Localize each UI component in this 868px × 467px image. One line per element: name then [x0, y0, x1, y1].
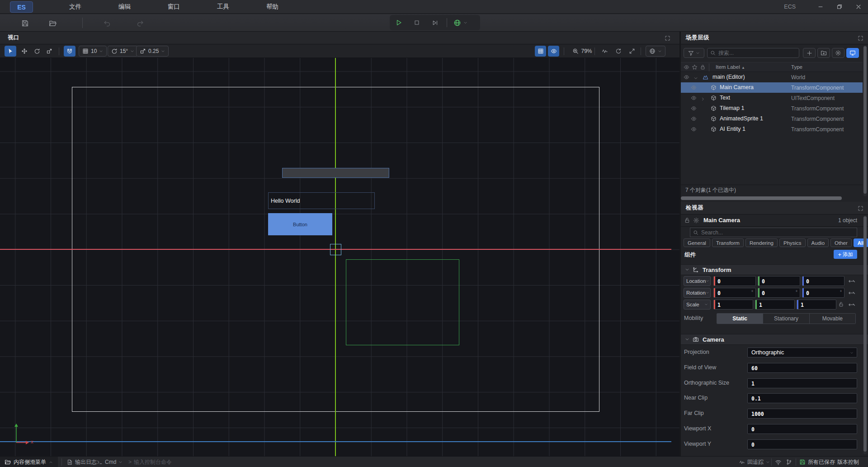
menu-item-3[interactable]: 工具	[198, 0, 248, 14]
cmd-dropdown[interactable]: Cmd	[97, 457, 123, 467]
maximize-button[interactable]	[830, 0, 849, 14]
visibility-eye-icon[interactable]	[691, 116, 697, 122]
run-target-dropdown[interactable]	[450, 19, 471, 27]
grid-visibility-button[interactable]	[535, 46, 546, 57]
location-y-input[interactable]: 0	[758, 276, 800, 286]
link-axes-icon[interactable]	[848, 290, 855, 296]
link-axes-icon[interactable]	[848, 301, 855, 308]
scale-dropdown[interactable]: Scale	[684, 300, 711, 310]
add-entity-button[interactable]	[803, 48, 816, 58]
viewport-y-input[interactable]: 0	[747, 439, 857, 449]
reset-view-button[interactable]	[613, 46, 624, 57]
console-command-input[interactable]: > 输入控制台命令	[128, 457, 172, 467]
output-log-button[interactable]: 输出日志	[67, 457, 97, 467]
scale-snap-dropdown[interactable]: 0.25	[136, 46, 169, 57]
scale-tool-button[interactable]	[44, 46, 55, 57]
network-status-button[interactable]	[775, 457, 782, 467]
tab-physics[interactable]: Physics	[779, 238, 806, 247]
menu-item-2[interactable]: 窗口	[149, 0, 198, 14]
eye-column-icon[interactable]	[684, 64, 689, 70]
star-column-icon[interactable]	[692, 64, 698, 70]
camera-section-header[interactable]: Camera	[681, 334, 868, 345]
scale-z-input[interactable]: 1	[797, 300, 836, 310]
scene-canvas[interactable]: Hello World Button x	[0, 58, 679, 456]
hierarchy-row-tilemap-1[interactable]: Tilemap 1TransformComponent	[681, 103, 863, 114]
rotate-snap-dropdown[interactable]: 15°	[108, 46, 138, 57]
mobility-option-static[interactable]: Static	[717, 314, 763, 324]
gear-icon[interactable]	[693, 217, 699, 224]
scale-y-input[interactable]: 1	[755, 300, 795, 310]
ui-text-widget[interactable]: Hello World	[268, 192, 375, 209]
tab-transform[interactable]: Transform	[712, 238, 744, 247]
hierarchy-row-animatedsprite-1[interactable]: AnimatedSprite 1TransformComponent	[681, 114, 863, 124]
hierarchy-row-main-editor-[interactable]: main (Editor)World	[681, 72, 863, 82]
inspector-vertical-scrollbar[interactable]	[863, 215, 867, 454]
scale-x-input[interactable]: 1	[713, 300, 753, 310]
add-folder-button[interactable]	[817, 48, 830, 58]
visibility-eye-icon[interactable]	[684, 74, 689, 80]
snap-toggle-button[interactable]	[64, 46, 75, 57]
fullscreen-button[interactable]	[627, 46, 637, 57]
expander-chevron-icon[interactable]	[693, 75, 698, 80]
open-project-button[interactable]	[49, 19, 57, 27]
move-tool-button[interactable]	[19, 46, 30, 57]
world-dropdown[interactable]	[646, 46, 665, 57]
near-clip-input[interactable]: 0.1	[747, 393, 857, 403]
rotation-y-input[interactable]: 0°	[758, 288, 800, 298]
step-button[interactable]	[426, 19, 444, 26]
stats-button[interactable]	[599, 46, 610, 57]
tab-rendering[interactable]: Rendering	[745, 238, 778, 247]
tilemap-bounds-rect[interactable]	[346, 259, 459, 345]
hierarchy-search-input[interactable]: 搜索...	[707, 48, 799, 58]
visibility-eye-icon[interactable]	[691, 105, 697, 111]
minimize-button[interactable]	[811, 0, 830, 14]
expand-panel-icon[interactable]	[858, 35, 863, 41]
rotation-z-input[interactable]: 0°	[802, 288, 844, 298]
save-status-button[interactable]: 所有已保存	[799, 457, 835, 467]
play-button[interactable]	[390, 19, 408, 26]
far-clip-input[interactable]: 1000	[747, 409, 857, 419]
tab-general[interactable]: General	[684, 238, 710, 247]
select-tool-button[interactable]	[5, 46, 16, 57]
add-component-button[interactable]: +添加	[834, 250, 857, 259]
expand-panel-icon[interactable]	[858, 205, 863, 211]
visibility-options-button[interactable]	[548, 46, 559, 57]
rotation-dropdown[interactable]: Rotation	[684, 288, 711, 298]
rotate-tool-button[interactable]	[32, 46, 42, 57]
tab-other[interactable]: Other	[830, 238, 852, 247]
transform-section-header[interactable]: Transform	[681, 264, 868, 275]
lock-open-icon[interactable]	[684, 217, 690, 224]
rotation-x-input[interactable]: 0°	[713, 288, 756, 298]
link-axes-icon[interactable]	[848, 278, 855, 285]
scale-lock-icon[interactable]	[838, 301, 844, 307]
viewport-link-button[interactable]	[846, 48, 859, 58]
camera-gizmo[interactable]	[330, 244, 341, 255]
mobility-option-movable[interactable]: Movable	[810, 314, 855, 324]
hierarchy-vertical-scrollbar[interactable]	[863, 45, 867, 196]
hierarchy-row-main-camera[interactable]: Main CameraTransformComponent	[681, 82, 863, 93]
tab-audio[interactable]: Audio	[807, 238, 829, 247]
content-drawer-button[interactable]: 内容侧滑菜单	[0, 457, 58, 467]
projection-input[interactable]: Orthographic	[747, 348, 857, 357]
viewport-x-input[interactable]: 0	[747, 424, 857, 434]
stop-button[interactable]	[408, 19, 426, 26]
branch-button[interactable]	[786, 457, 792, 467]
visibility-eye-icon[interactable]	[691, 85, 697, 91]
type-column[interactable]: Type	[791, 64, 802, 70]
inspector-search-input[interactable]: Search...	[690, 228, 857, 237]
undo-button[interactable]	[103, 19, 111, 27]
orthographic-size-input[interactable]: 1	[747, 378, 857, 388]
hierarchy-row-ai-entity-1[interactable]: AI Entity 1TransformComponent	[681, 124, 863, 134]
expand-panel-icon[interactable]	[665, 35, 670, 41]
visibility-eye-icon[interactable]	[691, 126, 697, 132]
visibility-eye-icon[interactable]	[691, 95, 697, 101]
save-button[interactable]	[21, 19, 29, 27]
app-logo[interactable]: ES	[10, 1, 33, 13]
location-dropdown[interactable]: Location	[684, 276, 711, 286]
ui-button-widget[interactable]: Button	[268, 213, 332, 235]
item-label-column[interactable]: Item Label ▲	[716, 64, 745, 70]
location-z-input[interactable]: 0	[802, 276, 844, 286]
field-of-view-input[interactable]: 60	[747, 363, 857, 373]
ui-slider-widget[interactable]	[282, 168, 389, 178]
hierarchy-row-text[interactable]: TextUITextComponent	[681, 93, 863, 103]
